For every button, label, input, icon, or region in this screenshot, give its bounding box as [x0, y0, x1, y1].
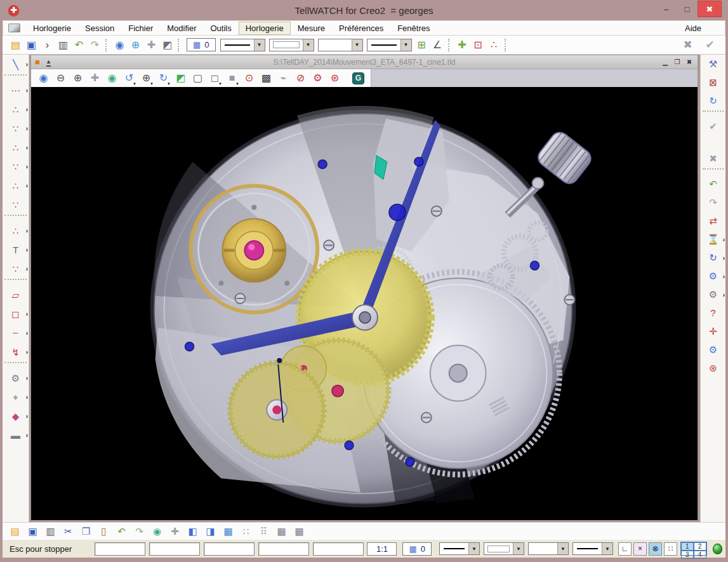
status-field-3[interactable] [204, 542, 255, 556]
hatch-combo[interactable]: ▼ [528, 542, 569, 555]
angle-icon[interactable]: ∠ [430, 38, 446, 52]
flyout-chevron-icon[interactable]: › [26, 125, 28, 132]
flyout-chevron-icon[interactable]: › [26, 246, 28, 253]
menu-horlogerie-1[interactable]: Horlogerie [26, 22, 78, 35]
flyout-chevron-icon[interactable]: › [26, 311, 28, 318]
delete-face-icon[interactable]: ⊠ [701, 73, 725, 91]
save-icon[interactable]: ▣ [23, 38, 39, 52]
point-tool-6[interactable]: ∵ [3, 195, 29, 214]
open-icon[interactable]: ▤ [9, 525, 21, 538]
grid-mode-button[interactable]: ∷ [664, 542, 677, 556]
layer-chip[interactable]: ▦ 0 [402, 542, 432, 556]
point-tool-7[interactable]: ∴ › [3, 221, 29, 240]
point-tool-5[interactable]: ∴ › [3, 176, 29, 195]
chevron-down-icon[interactable]: ▼ [557, 543, 568, 554]
cut-icon[interactable]: ✂ [62, 525, 74, 538]
purge-icon[interactable]: ⊘ [292, 70, 309, 86]
contour-tool[interactable]: ▱ [3, 285, 29, 304]
point-tool-3[interactable]: ∴ › [3, 138, 29, 157]
staff-tool[interactable]: ✛ [701, 322, 725, 340]
chevron-down-icon[interactable]: ▼ [167, 82, 171, 86]
snap-reference-icon[interactable]: ⊞ [414, 38, 430, 52]
print-icon[interactable]: ▥ [55, 38, 71, 52]
rotate-view-icon[interactable]: ↻ ▼ [155, 70, 172, 86]
chevron-down-icon[interactable]: ▼ [400, 39, 411, 51]
preview-icon[interactable]: ▦ [222, 525, 234, 538]
redo-icon[interactable]: ↷ [87, 38, 103, 52]
barrel-3d-tool[interactable]: ▬ › [3, 425, 29, 445]
flyout-chevron-icon[interactable]: › [26, 182, 28, 189]
gear-assembly-tool[interactable]: ⚙ [701, 340, 725, 359]
status-field-2[interactable] [149, 542, 200, 556]
point-tool-8[interactable]: ∵ › [3, 259, 29, 278]
axis-points-tool[interactable]: ⋯ › [3, 81, 29, 100]
width-combo[interactable]: ▼ [367, 39, 412, 51]
status-field-5[interactable] [313, 542, 364, 556]
menu-aide[interactable]: Aide [678, 22, 708, 35]
flyout-chevron-icon[interactable]: › [26, 87, 28, 94]
zoom-fit-icon[interactable]: ◉ [151, 525, 163, 538]
confirm-icon[interactable]: ✔ [701, 117, 725, 135]
chevron-down-icon[interactable]: ▼ [602, 543, 612, 554]
flyout-chevron-icon[interactable]: › [723, 291, 725, 298]
flyout-chevron-icon[interactable]: › [723, 272, 725, 279]
menu-session[interactable]: Session [78, 22, 121, 35]
copy-icon[interactable]: ❐ [80, 525, 92, 538]
wrench-icon[interactable]: ⚒ [701, 55, 725, 73]
zoom-fit-icon[interactable]: ⊕ [128, 38, 143, 52]
kinematics-icon[interactable]: ⚙ [309, 70, 326, 86]
point-tool-1[interactable]: ∴ › [3, 100, 29, 119]
dash-tool[interactable]: ┄ › [3, 323, 29, 342]
line-tool[interactable]: ╲ › [3, 55, 29, 74]
viewport-3-cell[interactable]: 3 [681, 551, 694, 559]
undo-icon[interactable]: ↶ [71, 38, 87, 52]
color-combo[interactable]: ▼ [269, 39, 314, 51]
maximize-button[interactable]: □ [677, 1, 698, 17]
line-style-combo[interactable]: ▼ [439, 542, 480, 555]
gear-3d-tool[interactable]: ⚙ › [3, 368, 29, 387]
gear-question-tool[interactable]: ? [701, 304, 725, 322]
flyout-chevron-icon[interactable]: › [26, 61, 28, 68]
zoom-ratio[interactable]: 1:1 [367, 542, 397, 556]
move-icon[interactable]: ✚ [454, 38, 470, 52]
point-tool-2[interactable]: ∵ › [3, 119, 29, 138]
shaded-icon[interactable]: ■ ▼ [223, 70, 241, 86]
pan-icon[interactable]: ✚ [86, 70, 103, 86]
mdi-close-button[interactable]: ✖ [684, 58, 694, 67]
screw-3d-tool[interactable]: ⌖ › [3, 387, 29, 406]
chevron-down-icon[interactable]: ▼ [468, 543, 479, 554]
pan-icon[interactable]: ✚ [169, 525, 181, 538]
menu-horlogerie-2[interactable]: Horlogerie [239, 22, 291, 35]
print-icon[interactable]: ▥ [44, 525, 56, 538]
gear-measure-tool[interactable]: ⚙ › [701, 285, 725, 304]
pan-icon[interactable]: ✚ [143, 38, 159, 52]
flyout-chevron-icon[interactable]: › [26, 375, 28, 382]
color-combo[interactable]: ▼ [484, 542, 524, 555]
zoom-window-icon[interactable]: ◉ [35, 70, 52, 86]
cancel-icon[interactable]: ✖ [680, 38, 696, 52]
menu-modifier[interactable]: Modifier [160, 22, 203, 35]
chevron-down-icon[interactable]: ▼ [352, 39, 362, 51]
grid-points-icon[interactable]: ⠿ [258, 525, 270, 538]
comb-tool-icon[interactable]: ▦ [275, 525, 288, 538]
width-combo[interactable]: ▼ [572, 542, 613, 555]
flyout-chevron-icon[interactable]: › [26, 349, 28, 356]
corner-mode-button[interactable]: ∟ [618, 542, 632, 556]
document-titlebar[interactable]: ■ ▴ S:\TellDAY_2014\Mouvement3_ETA_6497-… [31, 55, 698, 69]
mirror-v-icon[interactable]: ◨ [204, 525, 216, 538]
undo-icon[interactable]: ↶ [701, 175, 725, 193]
flyout-chevron-icon[interactable]: › [723, 236, 725, 243]
mini-undo-redo-icon[interactable]: ⇄ [701, 211, 725, 230]
view-cube-icon[interactable]: ◩ [172, 70, 189, 86]
grid-snap-icon[interactable]: ∷ [240, 525, 252, 538]
flyout-chevron-icon[interactable]: › [26, 227, 28, 234]
layer-chip[interactable]: ▦ 0 [187, 38, 216, 51]
hidden-line-icon[interactable]: ◻ ▼ [206, 70, 223, 86]
status-field-1[interactable] [95, 542, 145, 556]
open-icon[interactable]: ▤ [8, 38, 23, 52]
plug-icon[interactable]: ⌁ [275, 70, 292, 86]
menu-preferences[interactable]: Préférences [332, 22, 390, 35]
paste-icon[interactable]: ▯ [98, 525, 110, 538]
undo-icon[interactable]: ↶ [116, 525, 128, 538]
timing-tool[interactable]: ⌛ › [701, 230, 725, 248]
